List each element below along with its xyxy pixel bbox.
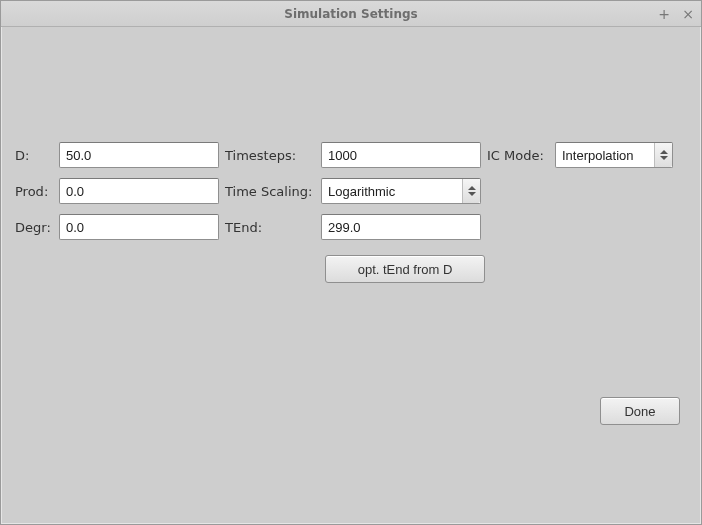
- chevron-up-icon: [660, 150, 668, 154]
- row-opt-tend: opt. tEnd from D: [15, 255, 687, 283]
- chevron-down-icon: [468, 192, 476, 196]
- spinner-icon[interactable]: [462, 179, 480, 203]
- label-prod: Prod:: [15, 184, 59, 199]
- row-prod: Prod: Time Scaling:: [15, 173, 687, 209]
- titlebar: Simulation Settings + ×: [1, 1, 701, 27]
- label-tend: TEnd:: [219, 220, 321, 235]
- label-time-scaling: Time Scaling:: [219, 184, 321, 199]
- chevron-up-icon: [468, 186, 476, 190]
- row-d: D: Timesteps: IC Mode:: [15, 137, 687, 173]
- window: Simulation Settings + × D: Timesteps: IC…: [0, 0, 702, 525]
- combo-time-scaling[interactable]: [321, 178, 481, 204]
- window-title: Simulation Settings: [284, 7, 417, 21]
- done-button[interactable]: Done: [600, 397, 680, 425]
- minimize-icon[interactable]: +: [657, 7, 671, 21]
- combo-ic-mode[interactable]: [555, 142, 673, 168]
- input-prod[interactable]: [59, 178, 219, 204]
- opt-tend-button[interactable]: opt. tEnd from D: [325, 255, 485, 283]
- label-ic-mode: IC Mode:: [481, 148, 555, 163]
- label-degr: Degr:: [15, 220, 59, 235]
- input-d[interactable]: [59, 142, 219, 168]
- chevron-down-icon: [660, 156, 668, 160]
- spinner-icon[interactable]: [654, 143, 672, 167]
- row-done: Done: [600, 397, 680, 425]
- input-time-scaling[interactable]: [321, 178, 481, 204]
- input-timesteps[interactable]: [321, 142, 481, 168]
- window-controls: + ×: [657, 1, 695, 27]
- form: D: Timesteps: IC Mode: Prod: Time Scalin…: [1, 27, 701, 283]
- input-degr[interactable]: [59, 214, 219, 240]
- close-icon[interactable]: ×: [681, 7, 695, 21]
- label-d: D:: [15, 148, 59, 163]
- row-degr: Degr: TEnd:: [15, 209, 687, 245]
- input-tend[interactable]: [321, 214, 481, 240]
- label-timesteps: Timesteps:: [219, 148, 321, 163]
